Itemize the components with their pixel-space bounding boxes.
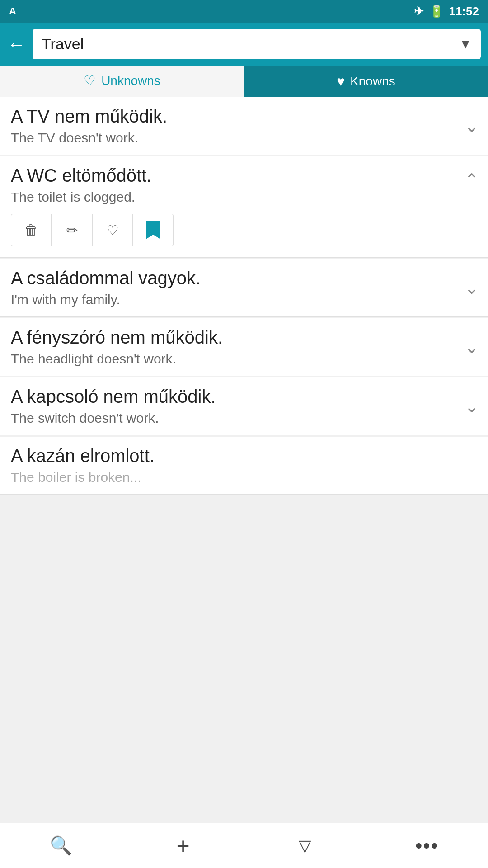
- tab-unknowns-label: Unknowns: [101, 74, 160, 88]
- heart-filled-icon: ♥: [337, 74, 345, 89]
- phrase-foreign-6: A kazán elromlott.: [11, 446, 477, 466]
- filter-icon: ▽: [299, 836, 311, 855]
- phrase-translation-3: I'm with my family.: [11, 292, 477, 307]
- expand-button-1[interactable]: ⌄: [465, 116, 479, 136]
- add-button[interactable]: +: [156, 828, 210, 864]
- more-button[interactable]: •••: [400, 828, 454, 864]
- bookmark-button[interactable]: [133, 214, 174, 246]
- phrase-card-expanded: A WC eltömődött. The toilet is clogged. …: [0, 156, 488, 258]
- phrase-translation-1: The TV doesn't work.: [11, 130, 477, 146]
- clock: 11:52: [449, 5, 479, 19]
- search-button[interactable]: 🔍: [34, 828, 88, 864]
- search-icon: 🔍: [50, 835, 72, 856]
- expand-button-3[interactable]: ⌄: [465, 278, 479, 298]
- phrase-foreign-2: A WC eltömődött.: [11, 165, 477, 186]
- favorite-button[interactable]: ♡: [92, 214, 133, 246]
- phrase-card: A családommal vagyok. I'm with my family…: [0, 259, 488, 317]
- bookmark-icon: [146, 221, 160, 239]
- action-buttons: 🗑 ✏ ♡: [11, 214, 477, 246]
- phrase-card: A TV nem működik. The TV doesn't work. ⌄: [0, 97, 488, 155]
- edit-button[interactable]: ✏: [52, 214, 92, 246]
- phrase-translation-6: The boiler is broken...: [11, 470, 477, 485]
- phrase-list: A TV nem működik. The TV doesn't work. ⌄…: [0, 97, 488, 823]
- expand-button-4[interactable]: ⌄: [465, 337, 479, 357]
- phrase-foreign-1: A TV nem működik.: [11, 106, 477, 127]
- bottom-nav: 🔍 + ▽ •••: [0, 823, 488, 868]
- phrase-foreign-4: A fényszóró nem működik.: [11, 327, 477, 348]
- status-left-icon: A: [9, 5, 16, 17]
- phrase-translation-2: The toilet is clogged.: [11, 189, 477, 205]
- top-bar: ← Travel ▼: [0, 23, 488, 66]
- phrase-foreign-3: A családommal vagyok.: [11, 268, 477, 288]
- trash-icon: 🗑: [24, 222, 38, 238]
- heart-icon: ♡: [107, 222, 119, 238]
- tab-knowns-label: Knowns: [350, 74, 395, 89]
- tab-knowns[interactable]: ♥ Knowns: [244, 66, 488, 97]
- back-button[interactable]: ←: [7, 35, 25, 53]
- category-dropdown[interactable]: Travel ▼: [33, 29, 481, 59]
- heart-outline-icon: ♡: [84, 73, 96, 89]
- phrase-card: A fényszóró nem működik. The headlight d…: [0, 318, 488, 376]
- phrase-translation-5: The switch doesn't work.: [11, 410, 477, 426]
- airplane-icon: ✈: [414, 5, 424, 19]
- phrase-card-partial: A kazán elromlott. The boiler is broken.…: [0, 437, 488, 495]
- expand-button-5[interactable]: ⌄: [465, 396, 479, 416]
- phrase-card: A kapcsoló nem működik. The switch doesn…: [0, 377, 488, 435]
- status-right-icons: ✈ 🔋 11:52: [414, 5, 479, 19]
- delete-button[interactable]: 🗑: [11, 214, 52, 246]
- more-icon: •••: [415, 835, 439, 857]
- phrase-translation-4: The headlight doesn't work.: [11, 351, 477, 367]
- phrase-foreign-5: A kapcsoló nem működik.: [11, 387, 477, 407]
- pencil-icon: ✏: [66, 222, 78, 238]
- status-bar: A ✈ 🔋 11:52: [0, 0, 488, 23]
- chevron-down-icon: ▼: [459, 37, 472, 52]
- dropdown-value: Travel: [42, 35, 84, 53]
- battery-icon: 🔋: [429, 5, 444, 19]
- add-icon: +: [176, 835, 189, 857]
- tab-unknowns[interactable]: ♡ Unknowns: [0, 66, 244, 97]
- tab-bar: ♡ Unknowns ♥ Knowns: [0, 66, 488, 97]
- filter-button[interactable]: ▽: [278, 828, 332, 864]
- collapse-button-2[interactable]: ⌃: [465, 170, 479, 190]
